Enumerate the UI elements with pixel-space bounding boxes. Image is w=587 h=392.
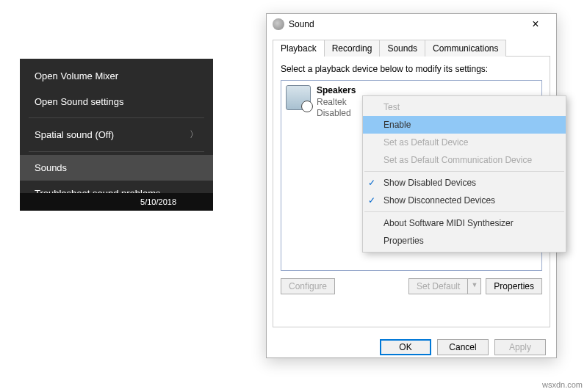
- ctx-open-volume-mixer[interactable]: Open Volume Mixer: [20, 63, 213, 89]
- tab-playback[interactable]: Playback: [273, 40, 325, 57]
- menu-enable[interactable]: Enable: [363, 116, 566, 134]
- device-text: Speakers Realtek Disabled: [317, 85, 356, 120]
- device-driver: Realtek: [317, 97, 356, 109]
- panel-buttons: Configure Set Default ▼ Properties: [281, 278, 542, 294]
- separator: [364, 171, 564, 172]
- separator: [364, 211, 564, 212]
- menu-test[interactable]: Test: [363, 98, 566, 116]
- tabstrip: Playback Recording Sounds Communications: [273, 39, 550, 56]
- chevron-down-icon[interactable]: ▼: [468, 278, 481, 294]
- properties-button[interactable]: Properties: [486, 278, 542, 294]
- configure-button[interactable]: Configure: [281, 278, 335, 294]
- check-icon: ✓: [368, 195, 375, 206]
- dialog-footer: OK Cancel Apply: [267, 333, 556, 366]
- ctx-open-sound-settings[interactable]: Open Sound settings: [20, 89, 213, 115]
- label: Open Volume Mixer: [35, 70, 118, 81]
- taskbar-date: 5/10/2018: [140, 197, 176, 206]
- menu-about-midi[interactable]: About Software MIDI Synthesizer: [363, 214, 566, 232]
- label: Sounds: [35, 162, 67, 173]
- cancel-button[interactable]: Cancel: [437, 339, 489, 355]
- set-default-label: Set Default: [408, 278, 468, 294]
- ctx-sounds[interactable]: Sounds: [20, 155, 213, 181]
- label: Spatial sound (Off): [35, 129, 114, 140]
- label: Open Sound settings: [35, 96, 123, 107]
- label: Show Disconnected Devices: [383, 195, 495, 206]
- device-status: Disabled: [317, 108, 356, 120]
- chevron-right-icon: 〉: [190, 128, 198, 141]
- ok-button[interactable]: OK: [380, 339, 431, 355]
- titlebar: Sound ×: [267, 14, 556, 35]
- menu-show-disconnected[interactable]: ✓Show Disconnected Devices: [363, 192, 566, 209]
- label: Show Disabled Devices: [383, 178, 476, 188]
- menu-properties[interactable]: Properties: [363, 232, 566, 250]
- speaker-icon: [286, 85, 311, 110]
- taskbar-fragment: 5/10/2018: [20, 193, 213, 211]
- tab-sounds[interactable]: Sounds: [379, 40, 425, 57]
- instruction-text: Select a playback device below to modify…: [281, 64, 542, 74]
- tab-communications[interactable]: Communications: [425, 40, 506, 57]
- device-name: Speakers: [317, 85, 356, 97]
- device-context-menu: Test Enable Set as Default Device Set as…: [362, 95, 566, 253]
- volume-tray-context-menu: Open Volume Mixer Open Sound settings Sp…: [20, 59, 213, 211]
- ctx-spatial-sound[interactable]: Spatial sound (Off)〉: [20, 121, 213, 148]
- menu-set-default[interactable]: Set as Default Device: [363, 134, 566, 151]
- close-button[interactable]: ×: [521, 18, 550, 31]
- apply-button[interactable]: Apply: [494, 339, 546, 355]
- tab-recording[interactable]: Recording: [324, 40, 381, 57]
- separator: [29, 117, 204, 118]
- window-title: Sound: [289, 19, 521, 29]
- separator: [29, 151, 204, 152]
- watermark: wsxdn.com: [542, 380, 583, 389]
- menu-show-disabled[interactable]: ✓Show Disabled Devices: [363, 174, 566, 192]
- sound-icon: [273, 18, 284, 30]
- check-icon: ✓: [368, 178, 375, 188]
- set-default-button[interactable]: Set Default ▼: [408, 278, 481, 294]
- menu-set-default-comm[interactable]: Set as Default Communication Device: [363, 151, 566, 169]
